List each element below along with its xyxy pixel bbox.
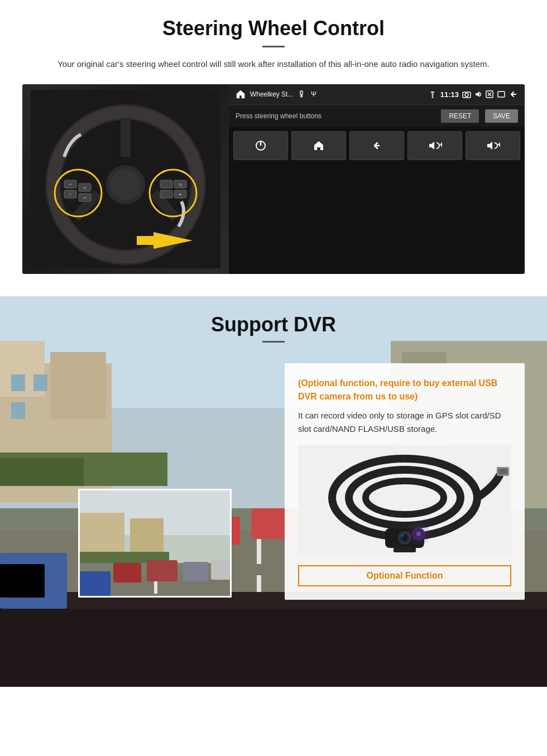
svg-rect-26 [300,91,303,94]
svg-rect-79 [211,560,232,580]
back-button[interactable] [349,131,404,160]
svg-point-83 [366,481,444,514]
steering-composite: + − ↵ ↩ ◎ ✦ [22,84,525,274]
android-screen: Wheelkey St... Ψ [229,84,525,274]
svg-rect-19 [160,190,172,198]
power-icon [255,139,267,152]
steering-description: Your original car's steering wheel contr… [45,57,502,71]
svg-text:✦: ✦ [179,192,182,196]
dvr-preview-image [78,489,232,598]
volume-icon [474,90,482,98]
close-box-icon [486,90,493,98]
home-icon [236,89,246,99]
app-name: Wheelkey St... [250,90,293,98]
svg-rect-36 [498,92,505,97]
power-button[interactable] [233,131,288,160]
svg-rect-78 [183,562,208,581]
svg-rect-55 [257,536,261,564]
svg-text:+: + [439,140,442,149]
dvr-title: Support DVR [0,296,547,336]
svg-rect-92 [394,547,416,552]
vol-up2-button[interactable]: + [466,131,520,160]
usb-icon [298,90,305,98]
vol-up-button[interactable]: + [407,131,462,160]
wifi-icon [428,90,437,98]
svg-text:↵: ↵ [83,186,87,190]
steering-section: Steering Wheel Control Your original car… [0,0,547,285]
save-button[interactable]: SAVE [485,109,518,123]
vol-up2-icon: + [486,139,500,152]
svg-rect-45 [50,352,106,419]
back-icon [509,90,518,99]
svg-text:+: + [497,140,500,149]
steering-wheel-svg: + − ↵ ↩ ◎ ✦ [31,90,220,268]
svg-rect-46 [11,374,25,391]
steering-wheel-photo: + − ↵ ↩ ◎ ✦ [22,84,229,274]
svg-point-94 [407,523,430,545]
optional-function-label: Optional Function [367,571,443,580]
svg-rect-80 [80,571,111,598]
svg-text:−: − [69,192,72,197]
dvr-description: It can record video only to storage in G… [298,409,511,436]
dvr-info-card: (Optional function, require to buy exter… [285,363,525,600]
svg-rect-76 [113,563,141,582]
svg-rect-18 [160,180,172,188]
svg-point-32 [465,93,468,97]
action-buttons: RESET SAVE [441,109,518,123]
psi-icon: Ψ [310,90,318,98]
topbar-left: Wheelkey St... Ψ [236,89,318,99]
svg-point-90 [401,535,404,537]
control-buttons-row: + + [229,127,525,165]
vol-up-icon: + [428,139,442,152]
status-time: 11:13 [440,90,459,99]
svg-text:Ψ: Ψ [311,90,316,98]
svg-rect-25 [137,236,155,245]
svg-rect-65 [0,609,547,687]
svg-rect-48 [11,402,25,419]
dvr-section: Support DVR (Optional func [0,296,547,687]
svg-rect-50 [0,458,84,486]
rotate-icon [497,90,506,98]
android-topbar: Wheelkey St... Ψ [229,84,525,104]
svg-rect-47 [33,374,47,391]
topbar-right: 11:13 [428,90,518,99]
instruction-text: Press steering wheel buttons [236,112,322,120]
dvr-title-divider [262,341,285,343]
title-divider [262,46,285,47]
home-button[interactable] [291,131,346,160]
dvr-camera-image [298,445,511,556]
reset-button[interactable]: RESET [441,109,479,123]
home-btn-icon [313,139,325,152]
back-btn-icon [371,139,383,152]
svg-text:+: + [69,182,72,187]
dashcam-preview-svg [80,490,232,598]
svg-point-30 [431,97,433,98]
steering-title: Steering Wheel Control [22,17,525,40]
svg-text:↩: ↩ [83,196,87,200]
optional-function-badge: Optional Function [298,565,511,586]
dvr-camera-svg [299,447,511,553]
svg-point-7 [110,169,141,200]
android-instructions: Press steering wheel buttons RESET SAVE [229,104,525,127]
svg-rect-85 [498,469,507,474]
android-black-area [229,165,525,254]
camera-icon [462,90,471,98]
svg-rect-77 [147,560,177,581]
svg-rect-67 [0,564,45,598]
dvr-optional-text: (Optional function, require to buy exter… [298,377,511,403]
svg-text:◎: ◎ [179,182,182,186]
